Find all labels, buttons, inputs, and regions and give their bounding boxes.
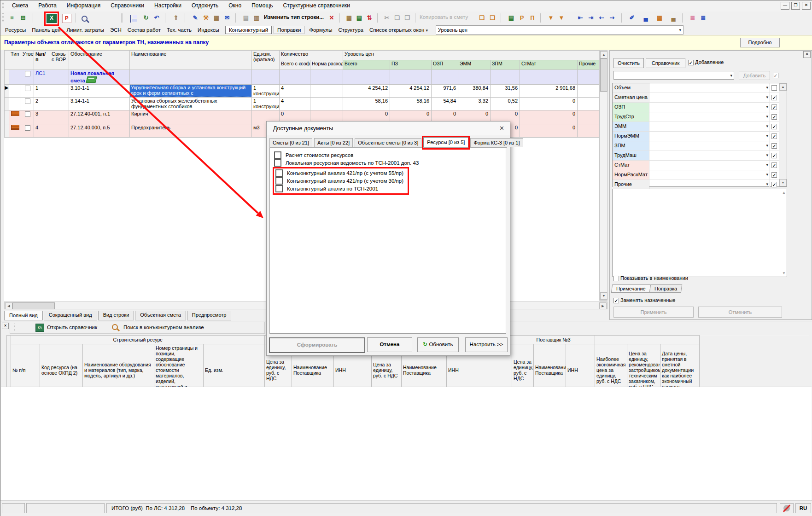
truck-icon[interactable]: ▄ xyxy=(641,13,651,23)
dialog-cancel-button[interactable]: Отмена xyxy=(367,337,412,352)
grid-cell[interactable]: Предохранитель xyxy=(130,124,252,138)
field-value-combo[interactable]: ▾ xyxy=(649,122,770,131)
panel-tab-konyunkturnyy[interactable]: Конъюнктурный xyxy=(225,26,272,34)
grid-cell[interactable] xyxy=(50,98,69,110)
grid-cell[interactable]: 31,56 xyxy=(491,85,520,98)
scrollbar-thumb[interactable] xyxy=(600,58,608,92)
grid-cell[interactable] xyxy=(280,70,310,85)
field-checkbox[interactable] xyxy=(771,172,777,178)
grid-cell[interactable] xyxy=(310,85,343,98)
grid-cell[interactable] xyxy=(578,124,600,138)
undo-icon[interactable]: ↶ xyxy=(152,13,162,23)
menu-smeta[interactable]: Смета xyxy=(7,0,33,10)
field-value-combo[interactable]: ▾ xyxy=(649,161,770,170)
minimize-button[interactable]: — xyxy=(781,2,789,10)
compass-icon[interactable]: ✐ xyxy=(627,13,637,23)
col-header-ozp[interactable]: ОЗП xyxy=(432,60,458,70)
grid-cell[interactable] xyxy=(21,110,34,124)
col-header-tip[interactable]: Тип xyxy=(9,51,21,70)
paste-icon[interactable]: ❐ xyxy=(402,13,412,23)
menu-informaciya[interactable]: Информация xyxy=(62,0,105,10)
menu-pomosch[interactable]: Помощь xyxy=(246,0,278,10)
panel-close-icon[interactable]: ✕ xyxy=(803,51,811,58)
grid-cell[interactable]: ЛС1 xyxy=(34,70,50,85)
panel-tab-formuly[interactable]: Формулы xyxy=(309,27,332,33)
outdent-row-icon[interactable]: ⇤ xyxy=(575,13,585,23)
grid-cell[interactable] xyxy=(310,98,343,110)
grid-cell[interactable] xyxy=(9,98,21,110)
tree-structure-icon[interactable]: ≡ xyxy=(7,13,17,23)
grid-cell[interactable]: 1 конструкция xyxy=(252,98,280,110)
panel-tab-esn[interactable]: ЭСН xyxy=(110,27,122,33)
excel-export-icon[interactable]: X xyxy=(47,14,57,23)
layers-pink-icon[interactable]: ≣ xyxy=(688,13,698,23)
table-row[interactable]: ▶ 1 3.10-1-1 Укрупнительная сборка и уст… xyxy=(5,85,600,98)
grid-cell[interactable]: Кирпич xyxy=(130,110,252,124)
field-value-combo[interactable]: ▾ xyxy=(649,103,770,112)
list-item[interactable]: ЗПМ▾ xyxy=(613,141,779,151)
grid-cell[interactable] xyxy=(21,70,34,85)
document-p-icon[interactable]: P xyxy=(517,13,527,23)
col-header-svyaz-vor[interactable]: Связь с ВОР xyxy=(50,51,69,70)
grid-cell[interactable] xyxy=(578,98,600,110)
change-row-type-button[interactable]: Изменить тип строки... xyxy=(264,14,324,20)
menu-otdohnut[interactable]: Отдохнуть xyxy=(187,0,223,10)
menu-nastroyki[interactable]: Настройки xyxy=(149,0,187,10)
row-type-icon[interactable]: ▥ xyxy=(251,13,262,23)
tab-forma-ks3[interactable]: Форма КС-3 [0 из 1] xyxy=(470,138,523,147)
grid-cell[interactable] xyxy=(21,85,34,98)
field-value-combo[interactable]: ▾ xyxy=(649,170,770,180)
details-button[interactable]: Подробно xyxy=(740,38,780,47)
note-text-area[interactable]: ▲ ▼ xyxy=(612,189,787,277)
layers-blue-icon[interactable]: ≣ xyxy=(698,13,708,23)
tab-akty[interactable]: Акты [0 из 22] xyxy=(314,138,353,147)
grid-cell[interactable] xyxy=(130,70,252,85)
tree-add-icon[interactable]: ⊞ xyxy=(18,13,28,23)
clipboard-copy-icon[interactable]: ❏ xyxy=(477,13,487,23)
document-checkbox[interactable] xyxy=(274,151,281,159)
grid-cell[interactable]: 380,84 xyxy=(458,85,491,98)
loaded-truck-icon[interactable]: ▄ xyxy=(668,13,678,23)
field-value-combo[interactable]: ▾ xyxy=(649,132,770,141)
grid-cell[interactable]: 4 xyxy=(280,98,310,110)
grid-vertical-scrollbar[interactable]: ▲ ▼ xyxy=(599,50,608,301)
grid-cell[interactable]: 2 901,68 xyxy=(520,85,578,98)
col-header-vsego[interactable]: Всего xyxy=(343,60,390,70)
bricks-icon[interactable]: ▦ xyxy=(654,13,665,23)
scroll-up-icon[interactable]: ▲ xyxy=(779,83,787,91)
grid-cell[interactable] xyxy=(21,124,34,138)
grid-cell-selected[interactable]: Укрупнительная сборка и установка констр… xyxy=(130,85,252,98)
panel-close-icon[interactable]: ✕ xyxy=(2,323,9,329)
panel-tab-tech-chast[interactable]: Тех. часть xyxy=(167,27,192,33)
col-header-ed-izm[interactable]: Ед.изм. (краткая) xyxy=(252,51,280,70)
col-header-zpm[interactable]: ЗПМ xyxy=(491,60,520,70)
open-windows-dropdown[interactable]: Список открытых окон ▾ xyxy=(369,27,428,33)
table-row[interactable]: 2 3.14-1-1 Установка сборных железобетон… xyxy=(5,98,600,110)
replace-assigned-checkbox[interactable]: Заменять назначенные xyxy=(613,297,675,303)
scroll-down-icon[interactable]: ▼ xyxy=(779,179,787,186)
grid-cell[interactable] xyxy=(432,70,458,85)
grid-cell[interactable]: 27.12.40-001, п.1 xyxy=(69,110,130,124)
grid-cell[interactable]: 4 254,12 xyxy=(343,85,390,98)
insert-row-icon[interactable]: ▤ xyxy=(354,13,364,23)
panel-tab-struktura[interactable]: Структура xyxy=(338,27,363,33)
col-header-utver[interactable]: Утвер xyxy=(21,51,34,70)
grid-cell[interactable]: 971,6 xyxy=(432,85,458,98)
field-checkbox[interactable] xyxy=(771,162,777,168)
add-material-icon[interactable]: ▦ xyxy=(211,13,222,23)
sort-rows-icon[interactable]: ⇅ xyxy=(364,13,374,23)
field-value-combo[interactable]: ▾ xyxy=(649,180,770,189)
price-book-icon[interactable]: ▤ xyxy=(506,13,516,23)
open-reference-button[interactable]: Открыть справочник xyxy=(47,325,97,330)
approve-checkbox[interactable] xyxy=(25,125,30,131)
col-header-obosnovanie[interactable]: Обоснование xyxy=(69,51,130,70)
grid-cell[interactable]: 2 xyxy=(34,98,50,110)
grid-cell[interactable] xyxy=(50,70,69,85)
table-row[interactable]: ЛС1 Новая локальная смета xyxy=(5,70,600,85)
save-icon[interactable] xyxy=(130,15,131,23)
indent-row-icon[interactable]: ⇥ xyxy=(586,13,596,23)
copy-icon[interactable]: ❏ xyxy=(392,13,402,23)
maximize-button[interactable]: ❐ xyxy=(791,2,800,10)
list-item[interactable]: Прочие▾ xyxy=(613,180,779,190)
grid-cell[interactable]: 3 xyxy=(34,110,50,124)
